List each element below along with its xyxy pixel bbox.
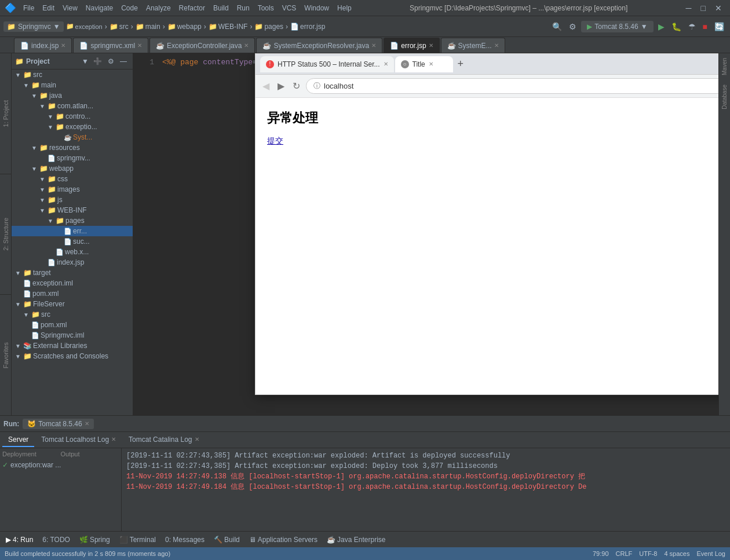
nav-back-button[interactable]: ◀ bbox=[260, 79, 272, 93]
tree-item-images[interactable]: ▼ 📁 images bbox=[12, 184, 133, 195]
menu-view[interactable]: View bbox=[59, 3, 81, 13]
run-bar-close-icon[interactable]: ✕ bbox=[85, 420, 89, 427]
tree-item-scratches[interactable]: ▼ 📁 Scratches and Consoles bbox=[12, 351, 133, 361]
menu-vcs[interactable]: VCS bbox=[279, 3, 300, 13]
bottom-tab-close-icon2[interactable]: ✕ bbox=[195, 436, 199, 442]
tree-item-fileserver[interactable]: ▼ 📁 FileServer bbox=[12, 299, 133, 309]
tree-item-resources[interactable]: ▼ 📁 resources bbox=[12, 142, 133, 153]
tree-item-suc-jsp[interactable]: 📄 suc... bbox=[12, 236, 133, 247]
structure-strip-tab[interactable]: 2: Structure bbox=[0, 174, 11, 295]
tool-java-enterprise[interactable]: ☕ Java Enterprise bbox=[323, 535, 389, 545]
menu-build[interactable]: Build bbox=[210, 3, 232, 13]
tool-terminal[interactable]: ⬛ Terminal bbox=[116, 535, 159, 545]
browser-new-tab-button[interactable]: + bbox=[454, 56, 468, 72]
tool-app-servers[interactable]: 🖥 Application Servers bbox=[246, 535, 321, 545]
stop-button[interactable]: ■ bbox=[700, 21, 710, 32]
update-button[interactable]: 🔄 bbox=[712, 21, 727, 32]
menu-analyze[interactable]: Analyze bbox=[143, 3, 174, 13]
sidebar-settings-button[interactable]: ⚙ bbox=[105, 56, 116, 67]
tree-item-contro[interactable]: ▼ 📁 contro... bbox=[12, 111, 133, 122]
run-bar-config[interactable]: 🐱 Tomcat 8.5.46 ✕ bbox=[23, 419, 93, 429]
tree-item-src2[interactable]: ▼ 📁 src bbox=[12, 309, 133, 320]
page-submit-link[interactable]: 提交 bbox=[267, 136, 283, 145]
tree-item-springmvc-xml[interactable]: 📄 springmv... bbox=[12, 153, 133, 163]
project-strip-tab[interactable]: 1: Project bbox=[0, 53, 11, 174]
bottom-tab-localhost-log[interactable]: Tomcat Localhost Log ✕ bbox=[35, 433, 122, 447]
tree-item-pom2[interactable]: 📄 pom.xml bbox=[12, 320, 133, 330]
tab-springmvc-xml[interactable]: 📄 springmvc.xml ✕ bbox=[73, 38, 148, 53]
status-spaces[interactable]: 4 spaces bbox=[664, 550, 689, 557]
settings-button[interactable]: ⚙ bbox=[567, 21, 579, 32]
tab-close-icon[interactable]: ✕ bbox=[137, 42, 142, 49]
tree-item-webxml[interactable]: 📄 web.x... bbox=[12, 247, 133, 257]
tree-item-main[interactable]: ▼ 📁 main bbox=[12, 80, 133, 90]
tree-item-js[interactable]: ▼ 📁 js bbox=[12, 195, 133, 205]
tab-close-icon[interactable]: ✕ bbox=[61, 42, 65, 49]
event-log-link[interactable]: Event Log bbox=[696, 550, 725, 557]
menu-code[interactable]: Code bbox=[118, 3, 141, 13]
tool-build[interactable]: 🔨 Build bbox=[210, 535, 243, 545]
browser-tab-close-icon[interactable]: ✕ bbox=[384, 61, 388, 67]
menu-edit[interactable]: Edit bbox=[39, 3, 58, 13]
deployment-item[interactable]: ✓ exception:war ... bbox=[2, 460, 119, 470]
tree-item-index-jsp[interactable]: 📄 index.jsp bbox=[12, 257, 133, 268]
sidebar-collapse-button[interactable]: — bbox=[118, 56, 129, 67]
tab-system-exception-resolver[interactable]: ☕ SystemExceptionResolver.java ✕ bbox=[256, 38, 382, 53]
status-crlf[interactable]: CRLF bbox=[616, 550, 633, 557]
menu-file[interactable]: File bbox=[20, 3, 38, 13]
status-encoding[interactable]: UTF-8 bbox=[639, 550, 657, 557]
tree-item-err-jsp[interactable]: 📄 err... bbox=[12, 226, 133, 236]
editor-area[interactable]: 1 <%@ page contentType="text/html;charse… bbox=[133, 53, 718, 415]
menu-tools[interactable]: Tools bbox=[254, 3, 278, 13]
tab-systeme[interactable]: ☕ SystemE... ✕ bbox=[441, 38, 505, 53]
browser-tab-500[interactable]: ! HTTP Status 500 – Internal Ser... ✕ bbox=[260, 56, 394, 72]
bottom-tab-close-icon[interactable]: ✕ bbox=[111, 436, 116, 442]
tree-item-com[interactable]: ▼ 📁 com.atlan... bbox=[12, 101, 133, 111]
nav-refresh-button[interactable]: ↻ bbox=[290, 79, 302, 93]
tree-item-pom-xml[interactable]: 📄 pom.xml bbox=[12, 288, 133, 299]
tree-item-exception-iml[interactable]: 📄 exception.iml bbox=[12, 278, 133, 288]
nav-forward-button[interactable]: ▶ bbox=[275, 79, 287, 93]
minimize-button[interactable]: ─ bbox=[682, 3, 695, 13]
browser-tab-title[interactable]: ○ Title ✕ bbox=[395, 56, 453, 72]
tree-item-syst[interactable]: ☕ Syst... bbox=[12, 132, 133, 142]
search-everywhere-button[interactable]: 🔍 bbox=[550, 21, 564, 32]
tool-spring[interactable]: 🌿 Spring bbox=[76, 535, 114, 545]
tab-close-icon[interactable]: ✕ bbox=[371, 42, 376, 49]
maximize-button[interactable]: □ bbox=[698, 3, 709, 13]
tab-error-jsp[interactable]: 📄 error.jsp ✕ bbox=[384, 38, 439, 53]
menu-run[interactable]: Run bbox=[233, 3, 253, 13]
tool-todo[interactable]: 6: TODO bbox=[39, 535, 74, 545]
tree-item-webinf[interactable]: ▼ 📁 WEB-INF bbox=[12, 205, 133, 215]
close-button[interactable]: ✕ bbox=[711, 3, 725, 13]
tool-messages[interactable]: 0: Messages bbox=[162, 535, 208, 545]
favorites-strip-tab[interactable]: Favorites bbox=[0, 295, 11, 415]
menu-navigate[interactable]: Navigate bbox=[82, 3, 116, 13]
tree-item-css[interactable]: ▼ 📁 css bbox=[12, 174, 133, 184]
tool-run[interactable]: ▶ 4: Run bbox=[2, 535, 36, 545]
tree-item-webapp[interactable]: ▼ 📁 webapp bbox=[12, 163, 133, 174]
tab-close-icon[interactable]: ✕ bbox=[244, 42, 249, 49]
tree-item-external-libraries[interactable]: ▼ 📚 External Libraries bbox=[12, 341, 133, 351]
bottom-tab-server[interactable]: Server bbox=[2, 433, 34, 447]
tab-close-icon[interactable]: ✕ bbox=[429, 42, 433, 49]
run-config-selector[interactable]: ▶ Tomcat 8.5.46 ▼ bbox=[581, 21, 653, 32]
run-button[interactable]: ▶ bbox=[656, 21, 667, 32]
bottom-tab-catalina-log[interactable]: Tomcat Catalina Log ✕ bbox=[123, 433, 205, 447]
tree-item-pages[interactable]: ▼ 📁 pages bbox=[12, 215, 133, 226]
address-bar[interactable]: ⓘ localhost bbox=[306, 78, 718, 94]
tree-item-src[interactable]: ▼ 📁 src bbox=[12, 69, 133, 80]
window-controls[interactable]: ─ □ ✕ bbox=[682, 3, 725, 13]
menu-bar[interactable]: File Edit View Navigate Code Analyze Ref… bbox=[20, 3, 355, 13]
menu-refactor[interactable]: Refactor bbox=[176, 3, 209, 13]
coverage-button[interactable]: ☂ bbox=[686, 21, 698, 32]
tree-item-java[interactable]: ▼ 📁 java bbox=[12, 90, 133, 101]
menu-window[interactable]: Window bbox=[301, 3, 333, 13]
sidebar-add-button[interactable]: ➕ bbox=[91, 56, 104, 67]
maven-strip-tab[interactable]: Maven bbox=[720, 53, 729, 80]
database-strip-tab[interactable]: Database bbox=[720, 80, 729, 114]
tree-item-exception-folder[interactable]: ▼ 📁 exceptio... bbox=[12, 122, 133, 132]
menu-help[interactable]: Help bbox=[334, 3, 355, 13]
tree-item-target[interactable]: ▼ 📁 target bbox=[12, 268, 133, 278]
debug-button[interactable]: 🐛 bbox=[669, 21, 684, 32]
